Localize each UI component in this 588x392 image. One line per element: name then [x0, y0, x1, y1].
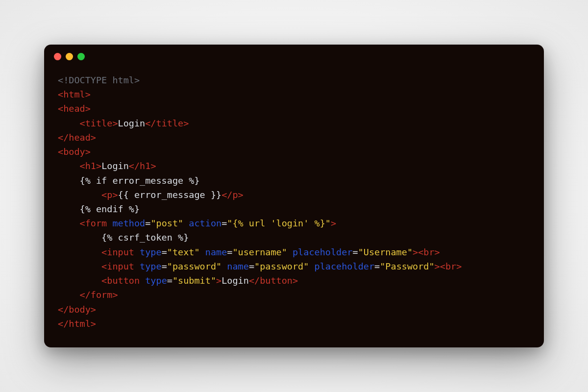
- token-txt: [58, 190, 101, 200]
- token-str: "post": [150, 218, 183, 228]
- token-txt: [107, 218, 112, 228]
- token-attr: type: [140, 247, 162, 257]
- token-tag: </head>: [58, 132, 96, 143]
- code-area[interactable]: <!DOCTYPE html> <html> <head> <title>Log…: [44, 68, 544, 347]
- token-tag: >: [216, 275, 221, 286]
- token-attr: type: [140, 261, 162, 271]
- token-tag: <body>: [58, 147, 91, 157]
- token-tag: <button: [101, 275, 140, 286]
- token-tag: </title>: [145, 118, 189, 128]
- token-txt: [134, 261, 140, 271]
- token-tag: >: [331, 218, 336, 228]
- token-tag: ><br>: [435, 261, 462, 271]
- token-attr: placeholder: [293, 247, 353, 257]
- token-tag: </form>: [80, 290, 118, 300]
- token-str: "text": [167, 247, 200, 257]
- token-attr: type: [145, 275, 167, 286]
- token-txt: [287, 247, 293, 257]
- token-txt: [309, 261, 314, 271]
- token-txt: [200, 247, 205, 257]
- token-txt: {% if error_message %}: [58, 175, 200, 186]
- token-txt: =: [167, 275, 172, 286]
- token-str: "username": [232, 247, 287, 257]
- token-txt: {{ error_message }}: [118, 190, 222, 200]
- token-tag: </button>: [249, 275, 298, 286]
- token-txt: =: [145, 218, 150, 228]
- token-str: "Password": [380, 261, 434, 271]
- token-attr: action: [189, 218, 221, 228]
- token-tag: <form: [80, 218, 107, 228]
- token-txt: {% csrf_token %}: [58, 232, 189, 243]
- token-str: "Username": [358, 247, 413, 257]
- token-txt: =: [227, 247, 232, 257]
- token-tag: <title>: [80, 118, 118, 128]
- token-txt: Login: [118, 118, 146, 128]
- token-txt: [221, 261, 227, 271]
- token-tag: </html>: [58, 318, 96, 329]
- token-attr: name: [205, 247, 227, 257]
- titlebar: [44, 45, 544, 68]
- token-tag: </h1>: [129, 161, 156, 171]
- token-attr: method: [112, 218, 145, 228]
- token-tag: ><br>: [413, 247, 440, 257]
- token-txt: [58, 275, 101, 286]
- token-txt: =: [162, 247, 167, 257]
- token-txt: [58, 247, 101, 257]
- token-tag: <h1>: [80, 161, 102, 171]
- token-txt: [58, 218, 80, 228]
- maximize-icon[interactable]: [77, 53, 85, 60]
- token-str: "password": [167, 261, 221, 271]
- token-str: "{% url 'login' %}": [227, 218, 331, 228]
- token-txt: Login: [221, 275, 249, 286]
- token-doctype: <!DOCTYPE html>: [58, 75, 140, 85]
- token-txt: =: [353, 247, 358, 257]
- token-attr: placeholder: [315, 261, 375, 271]
- token-txt: =: [221, 218, 227, 228]
- token-txt: [58, 118, 80, 128]
- token-txt: [58, 161, 80, 171]
- token-str: "submit": [172, 275, 216, 286]
- token-txt: {% endif %}: [58, 204, 140, 214]
- token-tag: <input: [101, 261, 134, 271]
- token-txt: [58, 290, 80, 300]
- token-txt: =: [162, 261, 167, 271]
- token-txt: [140, 275, 145, 286]
- token-txt: [183, 218, 189, 228]
- token-tag: <head>: [58, 103, 91, 114]
- token-txt: [134, 247, 140, 257]
- token-tag: <html>: [58, 89, 91, 99]
- token-txt: [58, 261, 101, 271]
- terminal-window: <!DOCTYPE html> <html> <head> <title>Log…: [44, 45, 544, 347]
- token-txt: =: [249, 261, 254, 271]
- token-txt: =: [374, 261, 380, 271]
- close-icon[interactable]: [54, 53, 61, 60]
- token-attr: name: [227, 261, 249, 271]
- token-tag: </body>: [58, 304, 96, 315]
- token-tag: </p>: [221, 190, 244, 200]
- token-txt: Login: [101, 161, 129, 171]
- minimize-icon[interactable]: [66, 53, 73, 60]
- token-tag: <input: [101, 247, 134, 257]
- token-tag: <p>: [101, 190, 118, 200]
- token-str: "password": [254, 261, 309, 271]
